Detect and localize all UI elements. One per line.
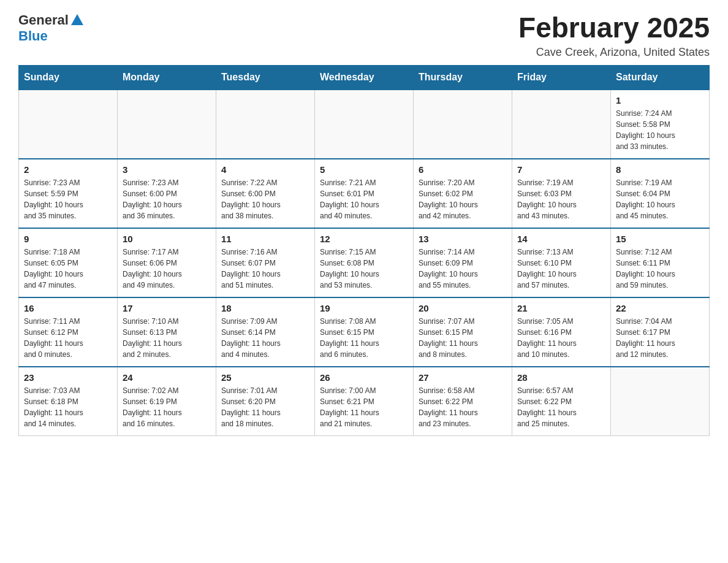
header-day-thursday: Thursday (414, 65, 512, 90)
day-number: 27 (419, 372, 507, 383)
calendar-cell: 25Sunrise: 7:01 AMSunset: 6:20 PMDayligh… (216, 367, 315, 436)
header-day-monday: Monday (118, 65, 216, 90)
calendar-header: SundayMondayTuesdayWednesdayThursdayFrid… (19, 65, 710, 90)
day-number: 13 (419, 234, 507, 244)
calendar-cell: 21Sunrise: 7:05 AMSunset: 6:16 PMDayligh… (512, 297, 611, 367)
day-number: 12 (320, 234, 408, 244)
day-info: Sunrise: 7:15 AMSunset: 6:08 PMDaylight:… (320, 247, 408, 291)
calendar-cell: 28Sunrise: 6:57 AMSunset: 6:22 PMDayligh… (512, 367, 611, 436)
title-section: February 2025 Cave Creek, Arizona, Unite… (518, 12, 710, 59)
day-info: Sunrise: 7:10 AMSunset: 6:13 PMDaylight:… (123, 316, 211, 360)
calendar-cell: 18Sunrise: 7:09 AMSunset: 6:14 PMDayligh… (216, 297, 315, 367)
calendar-cell: 5Sunrise: 7:21 AMSunset: 6:01 PMDaylight… (315, 159, 414, 228)
day-info: Sunrise: 7:18 AMSunset: 6:05 PMDaylight:… (24, 247, 112, 291)
day-number: 5 (320, 164, 408, 175)
day-number: 18 (221, 303, 309, 313)
header-row: SundayMondayTuesdayWednesdayThursdayFrid… (19, 65, 710, 90)
calendar-cell: 13Sunrise: 7:14 AMSunset: 6:09 PMDayligh… (414, 228, 512, 297)
calendar-cell: 19Sunrise: 7:08 AMSunset: 6:15 PMDayligh… (315, 297, 414, 367)
day-info: Sunrise: 7:04 AMSunset: 6:17 PMDaylight:… (616, 316, 704, 360)
calendar-cell: 1Sunrise: 7:24 AMSunset: 5:58 PMDaylight… (611, 90, 710, 159)
day-number: 10 (123, 234, 211, 244)
day-number: 11 (221, 234, 309, 244)
logo-general-label: General (18, 12, 69, 28)
logo: General Blue (18, 12, 83, 44)
calendar-cell (315, 90, 414, 159)
day-number: 8 (616, 164, 704, 175)
logo-triangle-icon (71, 14, 83, 25)
header-day-saturday: Saturday (611, 65, 710, 90)
day-info: Sunrise: 7:07 AMSunset: 6:15 PMDaylight:… (419, 316, 507, 360)
day-info: Sunrise: 7:05 AMSunset: 6:16 PMDaylight:… (517, 316, 605, 360)
day-number: 20 (419, 303, 507, 313)
calendar-cell: 22Sunrise: 7:04 AMSunset: 6:17 PMDayligh… (611, 297, 710, 367)
day-number: 3 (123, 164, 211, 175)
calendar-cell: 16Sunrise: 7:11 AMSunset: 6:12 PMDayligh… (19, 297, 118, 367)
calendar-cell: 23Sunrise: 7:03 AMSunset: 6:18 PMDayligh… (19, 367, 118, 436)
day-info: Sunrise: 7:23 AMSunset: 6:00 PMDaylight:… (123, 177, 211, 221)
calendar-table: SundayMondayTuesdayWednesdayThursdayFrid… (18, 65, 710, 436)
day-info: Sunrise: 7:12 AMSunset: 6:11 PMDaylight:… (616, 247, 704, 291)
day-number: 19 (320, 303, 408, 313)
week-row-4: 16Sunrise: 7:11 AMSunset: 6:12 PMDayligh… (19, 297, 710, 367)
day-number: 24 (123, 372, 211, 383)
calendar-cell: 12Sunrise: 7:15 AMSunset: 6:08 PMDayligh… (315, 228, 414, 297)
month-title: February 2025 (518, 12, 710, 44)
day-number: 22 (616, 303, 704, 313)
day-info: Sunrise: 7:19 AMSunset: 6:04 PMDaylight:… (616, 177, 704, 221)
header-day-sunday: Sunday (19, 65, 118, 90)
calendar-cell: 17Sunrise: 7:10 AMSunset: 6:13 PMDayligh… (118, 297, 216, 367)
header-day-friday: Friday (512, 65, 611, 90)
calendar-body: 1Sunrise: 7:24 AMSunset: 5:58 PMDaylight… (19, 90, 710, 436)
day-number: 28 (517, 372, 605, 383)
logo-general-text: General (18, 12, 83, 28)
day-info: Sunrise: 7:24 AMSunset: 5:58 PMDaylight:… (616, 108, 704, 152)
day-number: 25 (221, 372, 309, 383)
day-info: Sunrise: 6:58 AMSunset: 6:22 PMDaylight:… (419, 385, 507, 429)
week-row-5: 23Sunrise: 7:03 AMSunset: 6:18 PMDayligh… (19, 367, 710, 436)
calendar-cell: 26Sunrise: 7:00 AMSunset: 6:21 PMDayligh… (315, 367, 414, 436)
day-number: 16 (24, 303, 112, 313)
calendar-cell (216, 90, 315, 159)
day-info: Sunrise: 7:09 AMSunset: 6:14 PMDaylight:… (221, 316, 309, 360)
header-day-tuesday: Tuesday (216, 65, 315, 90)
page-header: General Blue February 2025 Cave Creek, A… (18, 12, 710, 59)
day-number: 1 (616, 95, 704, 105)
day-info: Sunrise: 7:17 AMSunset: 6:06 PMDaylight:… (123, 247, 211, 291)
day-info: Sunrise: 7:16 AMSunset: 6:07 PMDaylight:… (221, 247, 309, 291)
calendar-cell: 9Sunrise: 7:18 AMSunset: 6:05 PMDaylight… (19, 228, 118, 297)
calendar-cell (611, 367, 710, 436)
day-info: Sunrise: 7:23 AMSunset: 5:59 PMDaylight:… (24, 177, 112, 221)
day-info: Sunrise: 7:21 AMSunset: 6:01 PMDaylight:… (320, 177, 408, 221)
day-number: 9 (24, 234, 112, 244)
day-number: 2 (24, 164, 112, 175)
day-number: 15 (616, 234, 704, 244)
calendar-cell (414, 90, 512, 159)
day-info: Sunrise: 7:13 AMSunset: 6:10 PMDaylight:… (517, 247, 605, 291)
calendar-cell: 24Sunrise: 7:02 AMSunset: 6:19 PMDayligh… (118, 367, 216, 436)
day-info: Sunrise: 7:11 AMSunset: 6:12 PMDaylight:… (24, 316, 112, 360)
location-text: Cave Creek, Arizona, United States (518, 46, 710, 59)
calendar-cell: 10Sunrise: 7:17 AMSunset: 6:06 PMDayligh… (118, 228, 216, 297)
day-info: Sunrise: 6:57 AMSunset: 6:22 PMDaylight:… (517, 385, 605, 429)
day-number: 14 (517, 234, 605, 244)
calendar-cell: 27Sunrise: 6:58 AMSunset: 6:22 PMDayligh… (414, 367, 512, 436)
calendar-cell: 7Sunrise: 7:19 AMSunset: 6:03 PMDaylight… (512, 159, 611, 228)
calendar-cell (19, 90, 118, 159)
day-number: 6 (419, 164, 507, 175)
week-row-3: 9Sunrise: 7:18 AMSunset: 6:05 PMDaylight… (19, 228, 710, 297)
day-info: Sunrise: 7:19 AMSunset: 6:03 PMDaylight:… (517, 177, 605, 221)
day-info: Sunrise: 7:20 AMSunset: 6:02 PMDaylight:… (419, 177, 507, 221)
day-number: 26 (320, 372, 408, 383)
day-number: 21 (517, 303, 605, 313)
day-info: Sunrise: 7:08 AMSunset: 6:15 PMDaylight:… (320, 316, 408, 360)
calendar-cell: 4Sunrise: 7:22 AMSunset: 6:00 PMDaylight… (216, 159, 315, 228)
day-number: 17 (123, 303, 211, 313)
day-info: Sunrise: 7:02 AMSunset: 6:19 PMDaylight:… (123, 385, 211, 429)
day-number: 7 (517, 164, 605, 175)
header-day-wednesday: Wednesday (315, 65, 414, 90)
calendar-cell: 2Sunrise: 7:23 AMSunset: 5:59 PMDaylight… (19, 159, 118, 228)
logo-blue-text: Blue (18, 28, 48, 44)
calendar-cell: 6Sunrise: 7:20 AMSunset: 6:02 PMDaylight… (414, 159, 512, 228)
day-info: Sunrise: 7:14 AMSunset: 6:09 PMDaylight:… (419, 247, 507, 291)
